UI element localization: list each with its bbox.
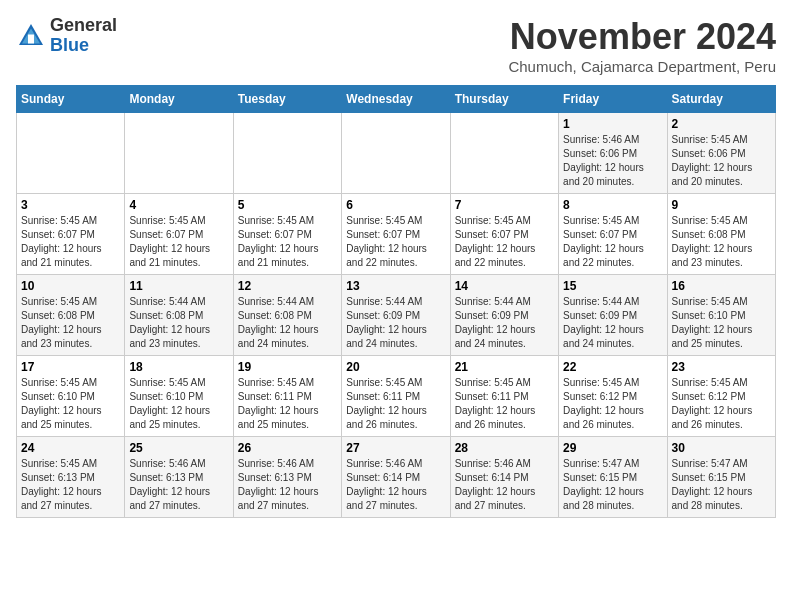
day-detail: Sunrise: 5:44 AM Sunset: 6:09 PM Dayligh… — [563, 295, 662, 351]
logo-blue-text: Blue — [50, 35, 89, 55]
day-detail: Sunrise: 5:44 AM Sunset: 6:09 PM Dayligh… — [346, 295, 445, 351]
calendar-cell: 3Sunrise: 5:45 AM Sunset: 6:07 PM Daylig… — [17, 194, 125, 275]
calendar-cell: 19Sunrise: 5:45 AM Sunset: 6:11 PM Dayli… — [233, 356, 341, 437]
calendar-header: SundayMondayTuesdayWednesdayThursdayFrid… — [17, 86, 776, 113]
day-detail: Sunrise: 5:44 AM Sunset: 6:08 PM Dayligh… — [129, 295, 228, 351]
calendar-cell: 7Sunrise: 5:45 AM Sunset: 6:07 PM Daylig… — [450, 194, 558, 275]
calendar-cell: 13Sunrise: 5:44 AM Sunset: 6:09 PM Dayli… — [342, 275, 450, 356]
day-detail: Sunrise: 5:45 AM Sunset: 6:07 PM Dayligh… — [563, 214, 662, 270]
calendar-cell: 29Sunrise: 5:47 AM Sunset: 6:15 PM Dayli… — [559, 437, 667, 518]
calendar-cell: 15Sunrise: 5:44 AM Sunset: 6:09 PM Dayli… — [559, 275, 667, 356]
logo-general-text: General — [50, 15, 117, 35]
calendar-cell: 14Sunrise: 5:44 AM Sunset: 6:09 PM Dayli… — [450, 275, 558, 356]
weekday-header: Sunday — [17, 86, 125, 113]
calendar-cell: 8Sunrise: 5:45 AM Sunset: 6:07 PM Daylig… — [559, 194, 667, 275]
calendar-cell: 18Sunrise: 5:45 AM Sunset: 6:10 PM Dayli… — [125, 356, 233, 437]
day-number: 3 — [21, 198, 120, 212]
day-detail: Sunrise: 5:46 AM Sunset: 6:14 PM Dayligh… — [455, 457, 554, 513]
day-detail: Sunrise: 5:47 AM Sunset: 6:15 PM Dayligh… — [672, 457, 771, 513]
calendar-cell: 2Sunrise: 5:45 AM Sunset: 6:06 PM Daylig… — [667, 113, 775, 194]
day-number: 23 — [672, 360, 771, 374]
day-number: 9 — [672, 198, 771, 212]
day-detail: Sunrise: 5:45 AM Sunset: 6:07 PM Dayligh… — [21, 214, 120, 270]
day-number: 18 — [129, 360, 228, 374]
day-detail: Sunrise: 5:45 AM Sunset: 6:08 PM Dayligh… — [672, 214, 771, 270]
calendar-cell: 21Sunrise: 5:45 AM Sunset: 6:11 PM Dayli… — [450, 356, 558, 437]
calendar-cell: 11Sunrise: 5:44 AM Sunset: 6:08 PM Dayli… — [125, 275, 233, 356]
calendar-cell: 24Sunrise: 5:45 AM Sunset: 6:13 PM Dayli… — [17, 437, 125, 518]
calendar-cell: 17Sunrise: 5:45 AM Sunset: 6:10 PM Dayli… — [17, 356, 125, 437]
calendar-cell: 9Sunrise: 5:45 AM Sunset: 6:08 PM Daylig… — [667, 194, 775, 275]
day-number: 4 — [129, 198, 228, 212]
day-number: 28 — [455, 441, 554, 455]
day-detail: Sunrise: 5:45 AM Sunset: 6:07 PM Dayligh… — [129, 214, 228, 270]
calendar-cell: 12Sunrise: 5:44 AM Sunset: 6:08 PM Dayli… — [233, 275, 341, 356]
day-number: 27 — [346, 441, 445, 455]
calendar-cell: 25Sunrise: 5:46 AM Sunset: 6:13 PM Dayli… — [125, 437, 233, 518]
weekday-header: Friday — [559, 86, 667, 113]
day-number: 17 — [21, 360, 120, 374]
calendar-cell: 6Sunrise: 5:45 AM Sunset: 6:07 PM Daylig… — [342, 194, 450, 275]
calendar-week-row: 10Sunrise: 5:45 AM Sunset: 6:08 PM Dayli… — [17, 275, 776, 356]
day-number: 24 — [21, 441, 120, 455]
day-number: 15 — [563, 279, 662, 293]
calendar-cell — [125, 113, 233, 194]
day-number: 26 — [238, 441, 337, 455]
day-number: 10 — [21, 279, 120, 293]
day-detail: Sunrise: 5:45 AM Sunset: 6:12 PM Dayligh… — [563, 376, 662, 432]
day-number: 20 — [346, 360, 445, 374]
weekday-header: Saturday — [667, 86, 775, 113]
day-detail: Sunrise: 5:45 AM Sunset: 6:11 PM Dayligh… — [238, 376, 337, 432]
weekday-header: Wednesday — [342, 86, 450, 113]
day-detail: Sunrise: 5:45 AM Sunset: 6:10 PM Dayligh… — [21, 376, 120, 432]
day-number: 5 — [238, 198, 337, 212]
month-title: November 2024 — [508, 16, 776, 58]
day-detail: Sunrise: 5:45 AM Sunset: 6:11 PM Dayligh… — [346, 376, 445, 432]
day-detail: Sunrise: 5:45 AM Sunset: 6:12 PM Dayligh… — [672, 376, 771, 432]
calendar-cell — [233, 113, 341, 194]
calendar-cell: 10Sunrise: 5:45 AM Sunset: 6:08 PM Dayli… — [17, 275, 125, 356]
day-detail: Sunrise: 5:46 AM Sunset: 6:13 PM Dayligh… — [129, 457, 228, 513]
calendar-week-row: 24Sunrise: 5:45 AM Sunset: 6:13 PM Dayli… — [17, 437, 776, 518]
location-title: Chumuch, Cajamarca Department, Peru — [508, 58, 776, 75]
day-detail: Sunrise: 5:45 AM Sunset: 6:08 PM Dayligh… — [21, 295, 120, 351]
day-number: 16 — [672, 279, 771, 293]
day-number: 7 — [455, 198, 554, 212]
calendar-cell: 26Sunrise: 5:46 AM Sunset: 6:13 PM Dayli… — [233, 437, 341, 518]
day-detail: Sunrise: 5:44 AM Sunset: 6:09 PM Dayligh… — [455, 295, 554, 351]
page-header: General Blue November 2024 Chumuch, Caja… — [16, 16, 776, 75]
day-number: 14 — [455, 279, 554, 293]
day-number: 21 — [455, 360, 554, 374]
weekday-header: Tuesday — [233, 86, 341, 113]
calendar-body: 1Sunrise: 5:46 AM Sunset: 6:06 PM Daylig… — [17, 113, 776, 518]
day-detail: Sunrise: 5:45 AM Sunset: 6:06 PM Dayligh… — [672, 133, 771, 189]
day-detail: Sunrise: 5:44 AM Sunset: 6:08 PM Dayligh… — [238, 295, 337, 351]
calendar-cell — [450, 113, 558, 194]
calendar-cell: 22Sunrise: 5:45 AM Sunset: 6:12 PM Dayli… — [559, 356, 667, 437]
day-number: 8 — [563, 198, 662, 212]
day-number: 6 — [346, 198, 445, 212]
day-detail: Sunrise: 5:45 AM Sunset: 6:07 PM Dayligh… — [346, 214, 445, 270]
calendar-cell: 4Sunrise: 5:45 AM Sunset: 6:07 PM Daylig… — [125, 194, 233, 275]
calendar-cell: 20Sunrise: 5:45 AM Sunset: 6:11 PM Dayli… — [342, 356, 450, 437]
day-detail: Sunrise: 5:46 AM Sunset: 6:13 PM Dayligh… — [238, 457, 337, 513]
calendar-week-row: 3Sunrise: 5:45 AM Sunset: 6:07 PM Daylig… — [17, 194, 776, 275]
calendar-cell: 23Sunrise: 5:45 AM Sunset: 6:12 PM Dayli… — [667, 356, 775, 437]
day-detail: Sunrise: 5:45 AM Sunset: 6:07 PM Dayligh… — [238, 214, 337, 270]
calendar-cell: 30Sunrise: 5:47 AM Sunset: 6:15 PM Dayli… — [667, 437, 775, 518]
day-detail: Sunrise: 5:45 AM Sunset: 6:10 PM Dayligh… — [672, 295, 771, 351]
day-number: 29 — [563, 441, 662, 455]
day-number: 22 — [563, 360, 662, 374]
day-detail: Sunrise: 5:47 AM Sunset: 6:15 PM Dayligh… — [563, 457, 662, 513]
day-detail: Sunrise: 5:46 AM Sunset: 6:06 PM Dayligh… — [563, 133, 662, 189]
day-detail: Sunrise: 5:45 AM Sunset: 6:11 PM Dayligh… — [455, 376, 554, 432]
day-number: 2 — [672, 117, 771, 131]
calendar-table: SundayMondayTuesdayWednesdayThursdayFrid… — [16, 85, 776, 518]
day-number: 25 — [129, 441, 228, 455]
calendar-week-row: 1Sunrise: 5:46 AM Sunset: 6:06 PM Daylig… — [17, 113, 776, 194]
day-detail: Sunrise: 5:45 AM Sunset: 6:07 PM Dayligh… — [455, 214, 554, 270]
day-number: 12 — [238, 279, 337, 293]
title-block: November 2024 Chumuch, Cajamarca Departm… — [508, 16, 776, 75]
logo-icon — [16, 21, 46, 51]
calendar-cell: 28Sunrise: 5:46 AM Sunset: 6:14 PM Dayli… — [450, 437, 558, 518]
